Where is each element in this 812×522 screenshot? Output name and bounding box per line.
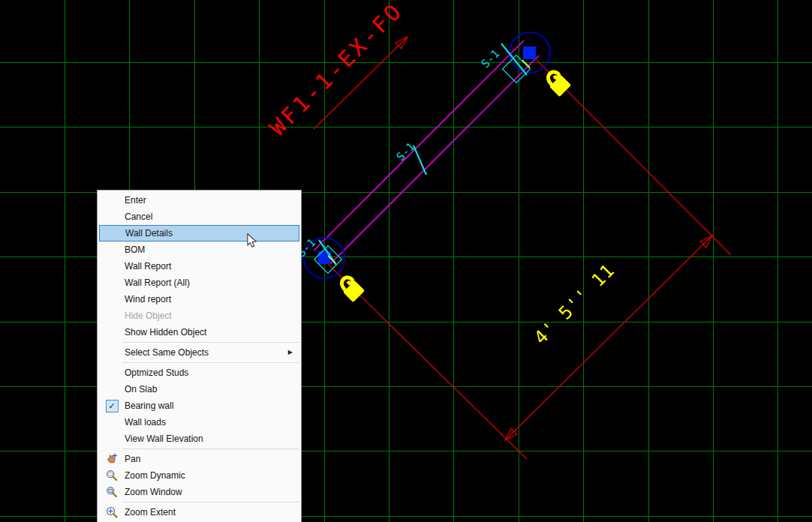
stud-marker-text: S-1 xyxy=(479,47,503,71)
menu-item-wall-details[interactable]: Wall Details xyxy=(99,225,299,242)
wall-label-group: WF1-1-EX-FO xyxy=(264,0,408,140)
menu-item-wind-report[interactable]: Wind report xyxy=(99,291,299,308)
menu-item-label: Hide Object xyxy=(125,310,299,321)
menu-item-enter[interactable]: Enter xyxy=(99,192,299,208)
context-menu: EnterCancelWall DetailsBOMWall ReportWal… xyxy=(97,190,302,522)
menu-item-label: Zoom Extent xyxy=(125,507,299,518)
menu-item-bearing-wall[interactable]: ✓Bearing wall xyxy=(99,398,299,414)
menu-item-label: Wall loads xyxy=(125,417,299,428)
wall-label-text: WF1-1-EX-FO xyxy=(264,0,408,140)
mouse-cursor-icon xyxy=(247,233,257,249)
padlock-body xyxy=(549,75,571,97)
menu-item-wall-loads[interactable]: Wall loads xyxy=(99,414,299,430)
menu-item-label: Wall Details xyxy=(125,228,299,238)
menu-item-label: Pan xyxy=(125,454,299,464)
menu-item-on-slab[interactable]: On Slab xyxy=(99,381,299,398)
padlock-icon[interactable] xyxy=(337,274,365,303)
menu-separator xyxy=(122,362,299,363)
menu-item-bom[interactable]: BOM xyxy=(99,242,299,258)
menu-separator xyxy=(122,448,299,449)
wall-edge-line xyxy=(330,56,539,264)
menu-item-wall-report[interactable]: Wall Report xyxy=(99,258,299,274)
dimension-lines xyxy=(328,58,731,459)
dimension-text: 4' 5'' 11 xyxy=(530,260,618,348)
menu-item-label: Bearing wall xyxy=(125,400,299,411)
menu-separator xyxy=(122,342,299,343)
checkbox-gutter: ✓ xyxy=(99,400,125,412)
zoom-extent-icon xyxy=(99,506,125,518)
menu-item-zoom-window[interactable]: Zoom Window xyxy=(99,484,299,500)
pan-icon xyxy=(99,453,125,465)
menu-item-label: View Wall Elevation xyxy=(125,434,299,444)
menu-item-zoom-extent[interactable]: Zoom Extent xyxy=(99,504,299,520)
menu-item-wall-report-all[interactable]: Wall Report (All) xyxy=(99,274,299,291)
menu-item-label: Cancel xyxy=(125,212,299,222)
menu-item-hide-object: Hide Object xyxy=(99,308,299,324)
menu-item-label: Zoom Dynamic xyxy=(125,470,299,481)
node-square xyxy=(523,46,536,59)
bearing-wall-checkbox-checked[interactable]: ✓ xyxy=(106,400,119,412)
zoom-dynamic-icon xyxy=(99,470,125,482)
menu-item-label: Optmized Studs xyxy=(125,368,299,378)
menu-item-label: Zoom Window xyxy=(125,487,299,497)
stud-marker-mid: S-1 xyxy=(394,140,426,175)
stud-marker-text: S-1 xyxy=(394,140,418,164)
menu-item-show-hidden-object[interactable]: Show Hidden Object xyxy=(99,324,299,340)
menu-item-label: On Slab xyxy=(125,384,299,394)
menu-item-label: Wall Report xyxy=(125,261,299,272)
menu-item-view-wall-elevation[interactable]: View Wall Elevation xyxy=(99,430,299,447)
menu-item-label: Wind report xyxy=(125,294,299,304)
menu-item-label: Enter xyxy=(125,195,299,206)
menu-item-zoom-dynamic[interactable]: Zoom Dynamic xyxy=(99,467,299,484)
node-dash xyxy=(522,60,530,68)
menu-separator xyxy=(122,502,299,502)
menu-item-cancel[interactable]: Cancel xyxy=(99,208,299,225)
zoom-window-icon xyxy=(99,486,125,498)
cad-viewport[interactable]: WF1-1-EX-FO 4' 5'' 11 S-1 S-1 S-1 xyxy=(0,0,812,522)
padlock-icon[interactable] xyxy=(543,69,572,98)
menu-item-select-same-objects[interactable]: Select Same Objects▶ xyxy=(99,344,299,361)
menu-item-pan[interactable]: Pan xyxy=(99,451,299,467)
menu-item-optmized-studs[interactable]: Optmized Studs xyxy=(99,364,299,381)
menu-item-label: Show Hidden Object xyxy=(125,327,299,338)
menu-item-label: Wall Report (All) xyxy=(125,278,299,288)
menu-item-label: Select Same Objects xyxy=(125,347,299,358)
padlock-body xyxy=(343,280,365,302)
submenu-arrow-icon: ▶ xyxy=(288,350,293,356)
menu-item-label: BOM xyxy=(125,244,299,255)
